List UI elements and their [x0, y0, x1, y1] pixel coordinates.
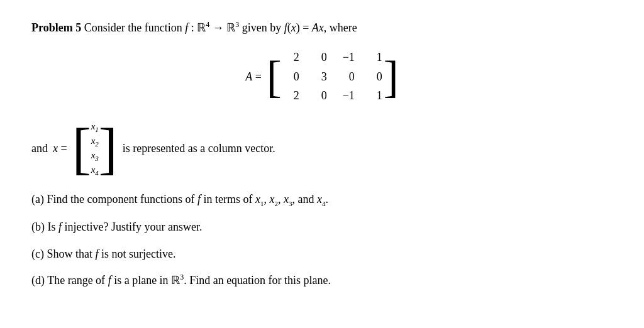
col-description: is represented as a column vector. — [123, 139, 275, 158]
part-a: (a) Find the component functions of f in… — [31, 190, 613, 209]
part-d-label: (d) The range of f is a plane in ℝ3. Fin… — [31, 274, 331, 287]
matrix-row-3: 2 0 −1 1 — [283, 87, 382, 105]
matrix-bracket-right: ] — [384, 54, 399, 99]
cell-2-4: 0 — [366, 68, 382, 86]
col-cell-3: x3 — [91, 149, 99, 163]
matrix-label: A = — [245, 68, 262, 86]
cell-2-1: 0 — [283, 68, 299, 86]
cell-2-2: 3 — [311, 68, 327, 86]
parts-section: (a) Find the component functions of f in… — [31, 190, 613, 290]
cell-1-4: 1 — [366, 48, 382, 67]
part-b: (b) Is f injective? Justify your answer. — [31, 218, 613, 236]
part-a-label: (a) Find the component functions of f in… — [31, 193, 328, 205]
matrix-equation: A = [ 2 0 −1 1 0 3 0 0 — [245, 48, 399, 105]
col-cell-2: x2 — [91, 134, 99, 149]
cell-1-1: 2 — [283, 48, 299, 67]
cell-3-3: −1 — [338, 87, 355, 105]
part-b-label: (b) Is f injective? Justify your answer. — [31, 221, 202, 233]
matrix-row-1: 2 0 −1 1 — [283, 48, 382, 67]
cell-1-3: −1 — [338, 48, 355, 67]
col-cell-4: x4 — [91, 163, 99, 178]
cell-2-3: 0 — [338, 68, 355, 86]
col-cell-1: x1 — [91, 120, 99, 134]
and-x-section: and x = [ x1 x2 x3 x4 ] is represented a… — [31, 120, 613, 177]
col-vector-wrap: [ x1 x2 x3 x4 ] — [72, 120, 118, 177]
cell-3-2: 0 — [311, 87, 327, 105]
matrix-bracket-wrap: [ 2 0 −1 1 0 3 0 0 2 — [267, 48, 399, 105]
problem-header: Problem 5 Consider the function f : ℝ4 →… — [31, 19, 613, 37]
intro-text: Consider the function f : ℝ4 → ℝ3 given … — [84, 21, 357, 34]
part-d: (d) The range of f is a plane in ℝ3. Fin… — [31, 271, 613, 290]
col-bracket-left: [ — [72, 121, 91, 177]
col-vector-rows: x1 x2 x3 x4 — [91, 120, 99, 177]
col-bracket-right: ] — [99, 121, 118, 177]
part-c-label: (c) Show that f is not surjective. — [31, 248, 175, 260]
matrix-row-2: 0 3 0 0 — [283, 68, 382, 86]
matrix-rows: 2 0 −1 1 0 3 0 0 2 0 −1 — [283, 48, 382, 105]
cell-3-4: 1 — [366, 87, 382, 105]
and-label: and — [31, 139, 48, 158]
problem-container: Problem 5 Consider the function f : ℝ4 →… — [31, 19, 613, 290]
matrix-section: A = [ 2 0 −1 1 0 3 0 0 — [31, 48, 613, 105]
cell-3-1: 2 — [283, 87, 299, 105]
x-equals-label: x = — [53, 139, 67, 158]
matrix-bracket-left: [ — [267, 54, 282, 99]
part-c: (c) Show that f is not surjective. — [31, 245, 613, 263]
problem-number: Problem 5 — [31, 21, 81, 34]
cell-1-2: 0 — [311, 48, 327, 67]
